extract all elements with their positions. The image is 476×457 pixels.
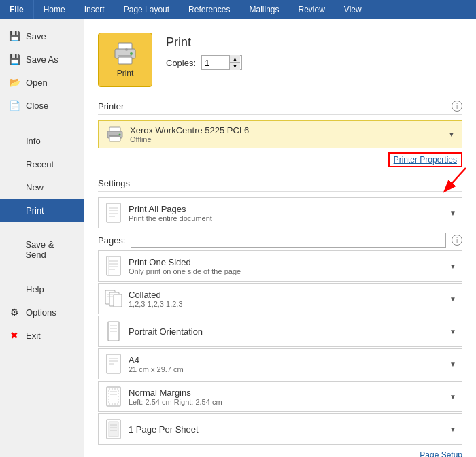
settings-section: Settings Print All Pages Print the entir…	[98, 178, 462, 457]
print-nav-icon	[8, 204, 20, 216]
save-send-icon	[8, 243, 20, 256]
printer-section: Printer i Xerox WorkCentre 5225 PCL6 Off…	[98, 101, 462, 167]
save-as-icon: 💾	[8, 53, 20, 65]
sidebar-item-save-send[interactable]: Save & Send	[0, 234, 84, 265]
svg-rect-8	[109, 137, 120, 141]
print-sided-arrow: ▼	[449, 263, 456, 270]
close-icon: 📄	[8, 99, 20, 112]
copies-increment[interactable]: ▲	[229, 55, 240, 63]
print-sided-main: Print One Sided	[129, 257, 444, 267]
tab-page-layout[interactable]: Page Layout	[114, 0, 179, 19]
pages-per-sheet-text: 1 Page Per Sheet	[129, 424, 444, 435]
tab-view[interactable]: View	[335, 0, 371, 19]
sidebar-item-print[interactable]: Print	[0, 199, 84, 222]
settings-print-sided[interactable]: Print One Sided Only print on one side o…	[98, 250, 462, 282]
sidebar-item-save-as[interactable]: 💾 Save As	[0, 48, 84, 71]
settings-margins[interactable]: Normal Margins Left: 2.54 cm Right: 2.54…	[98, 381, 462, 412]
options-icon: ⚙	[8, 306, 20, 318]
pages-per-sheet-main: 1 Page Per Sheet	[129, 424, 444, 435]
sidebar-item-close[interactable]: 📄 Close	[0, 94, 84, 117]
orientation-arrow: ▼	[449, 328, 456, 335]
sidebar-item-recent[interactable]: Recent	[0, 152, 84, 175]
collated-text: Collated 1,2,3 1,2,3 1,2,3	[129, 290, 444, 308]
copies-input-wrapper: ▲ ▼	[201, 55, 242, 70]
collated-main: Collated	[129, 290, 444, 300]
printer-dropdown-arrow: ▼	[448, 131, 455, 138]
collated-icon	[104, 288, 123, 309]
printer-selector-icon	[105, 126, 124, 143]
tab-insert[interactable]: Insert	[75, 0, 114, 19]
print-pages-sub: Print the entire document	[129, 214, 444, 222]
paper-size-arrow: ▼	[449, 360, 456, 368]
pages-per-sheet-icon	[104, 418, 123, 440]
tab-home[interactable]: Home	[34, 0, 75, 19]
print-pages-text: Print All Pages Print the entire documen…	[129, 204, 444, 222]
print-header: Print Print Copies: ▲ ▼	[98, 33, 462, 87]
svg-rect-13	[107, 203, 120, 222]
sidebar-item-exit[interactable]: ✖ Exit	[0, 324, 84, 347]
printer-info: Xerox WorkCentre 5225 PCL6 Offline	[130, 125, 443, 143]
tab-references[interactable]: References	[179, 0, 239, 19]
printer-selector[interactable]: Xerox WorkCentre 5225 PCL6 Offline ▼	[98, 120, 462, 148]
print-sided-icon	[104, 255, 123, 277]
paper-size-sub: 21 cm x 29.7 cm	[129, 365, 444, 373]
tab-mailings[interactable]: Mailings	[239, 0, 288, 19]
exit-icon: ✖	[8, 329, 20, 341]
printer-status: Offline	[130, 135, 443, 143]
collated-sub: 1,2,3 1,2,3 1,2,3	[129, 300, 444, 308]
copies-label: Copies:	[166, 58, 196, 68]
print-sided-sub: Only print on one side of the page	[129, 267, 444, 275]
settings-collated[interactable]: Collated 1,2,3 1,2,3 1,2,3 ▼	[98, 283, 462, 314]
save-icon: 💾	[8, 30, 20, 42]
page-setup-wrapper: Page Setup	[98, 450, 462, 457]
sidebar-item-info[interactable]: Info	[0, 129, 84, 152]
settings-orientation[interactable]: Portrait Orientation ▼	[98, 316, 462, 347]
svg-rect-26	[114, 294, 122, 307]
svg-rect-10	[109, 135, 120, 137]
svg-rect-4	[118, 55, 132, 56]
ribbon-tabs: File Home Insert Page Layout References …	[0, 0, 476, 19]
settings-pages-per-sheet[interactable]: 1 Page Per Sheet ▼	[98, 413, 462, 445]
copies-row: Copies: ▲ ▼	[166, 55, 242, 70]
pages-input[interactable]	[131, 233, 446, 248]
tab-file[interactable]: File	[0, 0, 34, 19]
print-button[interactable]: Print	[98, 33, 152, 87]
settings-section-header: Settings	[98, 178, 462, 192]
sidebar-item-new[interactable]: New	[0, 175, 84, 199]
svg-rect-42	[109, 422, 118, 437]
svg-point-3	[130, 52, 133, 55]
print-pages-arrow: ▼	[449, 209, 456, 217]
print-sided-text: Print One Sided Only print on one side o…	[129, 257, 444, 275]
sidebar-item-save[interactable]: 💾 Save	[0, 24, 84, 48]
pages-row: Pages: i	[98, 230, 462, 250]
settings-label: Settings	[98, 178, 130, 188]
sidebar-item-help[interactable]: Help	[0, 277, 84, 301]
copies-decrement[interactable]: ▼	[229, 63, 240, 70]
sidebar-item-options[interactable]: ⚙ Options	[0, 301, 84, 324]
printer-section-label: Printer	[98, 101, 124, 112]
svg-rect-2	[118, 57, 132, 64]
copies-spinner: ▲ ▼	[229, 55, 240, 70]
paper-size-main: A4	[129, 355, 444, 365]
collated-arrow: ▼	[449, 295, 456, 303]
margins-arrow: ▼	[449, 393, 456, 401]
margins-icon	[104, 386, 123, 407]
new-icon	[8, 181, 20, 193]
svg-point-5	[125, 48, 128, 51]
orientation-text: Portrait Orientation	[129, 326, 444, 337]
orientation-icon	[104, 320, 123, 342]
tab-review[interactable]: Review	[288, 0, 334, 19]
copies-input[interactable]	[202, 56, 229, 69]
sidebar-item-open[interactable]: 📂 Open	[0, 71, 84, 94]
printer-info-icon[interactable]: i	[452, 101, 462, 112]
paper-size-text: A4 21 cm x 29.7 cm	[129, 355, 444, 373]
pages-info-icon[interactable]: i	[452, 235, 462, 246]
printer-icon	[112, 41, 139, 66]
paper-size-icon	[104, 353, 123, 375]
printer-properties-link[interactable]: Printer Properties	[388, 152, 462, 167]
settings-print-pages[interactable]: Print All Pages Print the entire documen…	[98, 197, 462, 228]
settings-paper-size[interactable]: A4 21 cm x 29.7 cm ▼	[98, 348, 462, 379]
page-setup-link[interactable]: Page Setup	[420, 450, 462, 457]
open-icon: 📂	[8, 76, 20, 88]
help-icon	[8, 283, 20, 295]
